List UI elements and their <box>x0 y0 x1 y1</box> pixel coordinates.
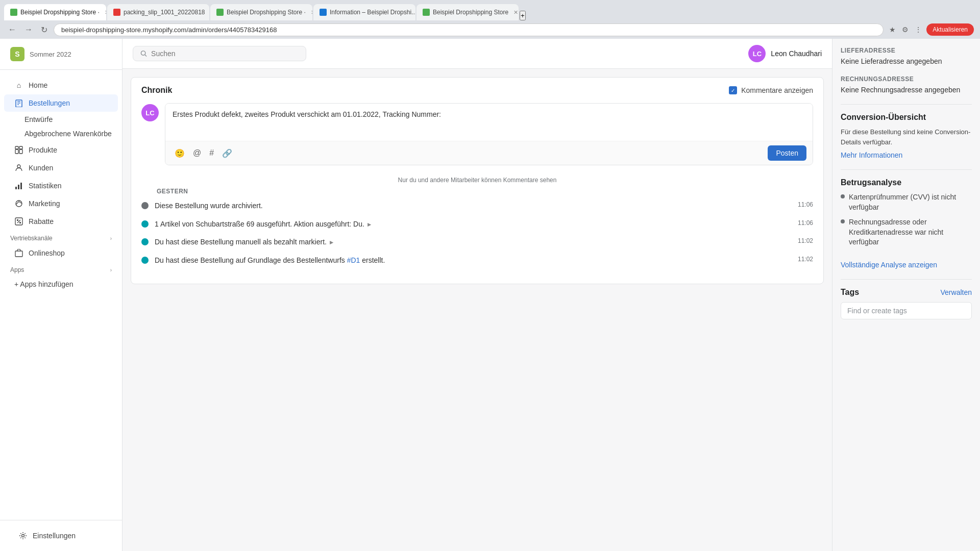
tab-close-3[interactable]: ✕ <box>311 9 312 16</box>
kommentare-checkbox[interactable]: ✓ <box>729 86 737 94</box>
sidebar-bottom: Einstellungen <box>0 520 122 551</box>
timeline-time-4: 11:02 <box>798 256 813 263</box>
search-bar[interactable] <box>133 46 306 61</box>
betrug-section: Betrugsanalyse Kartenprüfnummer (CVV) is… <box>841 178 972 269</box>
sidebar-item-einstellungen[interactable]: Einstellungen <box>8 527 114 544</box>
sidebar-item-apps-add[interactable]: + Apps hinzufügen <box>4 276 118 292</box>
apps-arrow[interactable]: › <box>110 267 112 273</box>
menu-button[interactable]: ⋮ <box>913 24 923 35</box>
sidebar-item-rabatte[interactable]: Rabatte <box>4 213 118 230</box>
rabatte-icon <box>14 217 23 226</box>
tab-close-5[interactable]: ✕ <box>513 9 518 16</box>
rechnungsadresse-section: RECHNUNGSADRESSE Keine Rechnungsadresse … <box>841 76 972 94</box>
sidebar-subnav: Entwürfe Abgebrochene Warenkörbe <box>0 112 122 141</box>
svg-point-15 <box>17 220 18 221</box>
forward-button[interactable]: → <box>22 24 35 35</box>
timeline-time-1: 11:06 <box>798 201 813 208</box>
sidebar-item-entwerfe[interactable]: Entwürfe <box>24 112 122 127</box>
timeline-arrow-2: ► <box>366 221 373 228</box>
tags-manage-link[interactable]: Verwalten <box>941 288 972 296</box>
back-button[interactable]: ← <box>6 24 18 35</box>
svg-rect-0 <box>16 100 22 107</box>
sidebar-item-bestellungen[interactable]: Bestellungen <box>4 94 118 112</box>
sidebar-item-kunden-label: Kunden <box>29 164 53 172</box>
fraud-dot-1 <box>841 194 845 198</box>
divider-3 <box>841 279 972 280</box>
search-input[interactable] <box>151 49 299 58</box>
sidebar-item-produkte-label: Produkte <box>29 146 57 154</box>
mention-button[interactable]: @ <box>190 146 204 160</box>
sidebar-item-home[interactable]: ⌂ Home <box>4 77 118 94</box>
apps-add-label: + Apps hinzufügen <box>14 280 74 288</box>
kommentare-checkbox-label[interactable]: ✓ Kommentare anzeigen <box>729 86 813 94</box>
refresh-button[interactable]: ↻ <box>39 24 50 36</box>
betrug-link[interactable]: Vollständige Analyse anzeigen <box>841 261 937 269</box>
browser-tab-2[interactable]: packing_slip_1001_20220818 ✕ <box>107 4 209 20</box>
vertriebskanaele-arrow[interactable]: › <box>110 236 112 241</box>
timeline-content-4: Du hast diese Bestellung auf Grundlage d… <box>155 256 813 266</box>
tab-close-1[interactable]: ✕ <box>105 9 106 16</box>
user-section: LC Leon Chaudhari <box>748 45 822 62</box>
lieferadresse-value: Keine Lieferadresse angegeben <box>841 57 972 65</box>
post-button[interactable]: Posten <box>768 145 806 161</box>
sidebar-item-marketing[interactable]: Marketing <box>4 195 118 212</box>
conversion-link[interactable]: Mehr Informationen <box>841 151 902 159</box>
comment-avatar: LC <box>141 104 159 121</box>
tab-favicon-2 <box>113 9 120 16</box>
comment-textarea[interactable]: Erstes Produkt defekt, zweites Produkt v… <box>165 104 813 139</box>
kommentare-label: Kommentare anzeigen <box>741 86 813 94</box>
fraud-dot-2 <box>841 219 845 223</box>
timeline-text-3: Du hast diese Bestellung manuell als bez… <box>155 237 335 247</box>
url-bar[interactable]: beispiel-dropshipping-store.myshopify.co… <box>54 23 884 36</box>
table-row: Du hast diese Bestellung manuell als bez… <box>141 237 813 247</box>
conversion-section: Conversion-Übersicht Für diese Bestellun… <box>841 113 972 159</box>
bookmark-button[interactable]: ★ <box>888 24 897 35</box>
sidebar-item-abgebrochene[interactable]: Abgebrochene Warenkörbe <box>24 127 122 141</box>
tab-label-2: packing_slip_1001_20220818 <box>124 9 205 16</box>
table-row: Du hast diese Bestellung auf Grundlage d… <box>141 256 813 266</box>
timeline-dot-2 <box>141 220 149 228</box>
svg-point-19 <box>141 51 145 55</box>
lieferadresse-section: LIEFERADRESSE Keine Lieferadresse angege… <box>841 47 972 65</box>
tab-favicon-5 <box>423 9 430 16</box>
browser-tab-4[interactable]: Information – Beispiel Dropshi... ✕ <box>313 4 415 20</box>
tags-input[interactable] <box>841 302 972 319</box>
sidebar-item-onlineshop[interactable]: Onlineshop <box>4 244 118 262</box>
link-button[interactable]: 🔗 <box>219 146 235 160</box>
svg-point-8 <box>17 165 20 168</box>
sidebar-nav: ⌂ Home Bestellungen Entwürfe Abgebrochen… <box>0 70 122 520</box>
vertriebskanaele-section: Vertriebskanäle › <box>0 231 122 244</box>
svg-point-18 <box>22 535 24 537</box>
timeline-text-4: Du hast diese Bestellung auf Grundlage d… <box>155 256 385 266</box>
sidebar-item-statistiken[interactable]: Statistiken <box>4 177 118 194</box>
sidebar-item-produkte[interactable]: Produkte <box>4 141 118 159</box>
betrug-title: Betrugsanalyse <box>841 178 972 187</box>
svg-rect-10 <box>18 185 19 189</box>
comment-area: LC Erstes Produkt defekt, zweites Produk… <box>131 103 823 173</box>
extensions-button[interactable]: ⚙ <box>900 24 910 35</box>
sidebar-item-kunden[interactable]: Kunden <box>4 159 118 177</box>
user-name: Leon Chaudhari <box>771 49 822 58</box>
user-avatar: LC <box>748 45 766 62</box>
conversion-text: Für diese Bestellung sind keine Conversi… <box>841 127 972 147</box>
browser-tab-5[interactable]: Beispiel Dropshipping Store ✕ <box>416 4 519 20</box>
emoji-button[interactable]: 🙂 <box>172 146 188 160</box>
sidebar: S Sommer 2022 ⌂ Home Bestellungen Entwür… <box>0 39 122 551</box>
hashtag-button[interactable]: # <box>206 146 217 160</box>
bestellentwurf-link[interactable]: #D1 <box>347 256 360 264</box>
update-button[interactable]: Aktualisieren <box>926 23 974 36</box>
comment-toolbar: 🙂 @ # 🔗 Posten <box>165 141 813 165</box>
stats-icon <box>14 181 23 190</box>
conversion-title: Conversion-Übersicht <box>841 113 972 122</box>
divider-2 <box>841 169 972 170</box>
comment-note: Nur du und andere Mitarbeiter können Kom… <box>131 173 823 184</box>
sidebar-item-onlineshop-label: Onlineshop <box>29 249 65 257</box>
comment-box: Erstes Produkt defekt, zweites Produkt v… <box>165 103 813 165</box>
browser-tab-1[interactable]: Beispiel Dropshipping Store · ✕ <box>4 4 106 20</box>
timeline-date: GESTERN <box>141 184 813 201</box>
content-area: LC Leon Chaudhari Chronik ✓ Kommentare a… <box>122 39 832 551</box>
new-tab-button[interactable]: + <box>520 11 526 20</box>
onlineshop-icon <box>14 248 23 258</box>
browser-tab-3[interactable]: Beispiel Dropshipping Store · ✕ <box>210 4 312 20</box>
timeline-time-2: 11:06 <box>798 219 813 227</box>
